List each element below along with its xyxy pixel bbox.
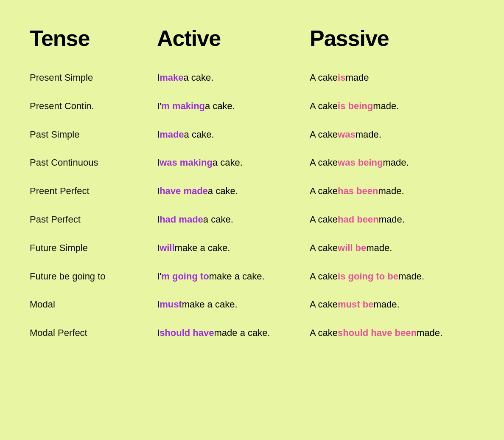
active-cell: I should have made a cake. bbox=[157, 319, 310, 347]
highlighted-verb-passive: should have been bbox=[338, 327, 417, 340]
passive-cell: A cake is going to be made. bbox=[310, 262, 474, 291]
tense-cell: Past Simple bbox=[30, 121, 157, 149]
passive-cell: A cake must be made. bbox=[310, 291, 474, 319]
highlighted-verb: have made bbox=[160, 185, 208, 198]
active-cell: I make a cake. bbox=[157, 64, 310, 92]
active-cell: I must make a cake. bbox=[157, 291, 310, 319]
highlighted-verb: m going to bbox=[161, 270, 209, 283]
passive-cell: A cake is being made. bbox=[310, 92, 474, 121]
highlighted-verb-passive: will be bbox=[338, 242, 366, 255]
header-passive: Passive bbox=[310, 25, 474, 51]
highlighted-verb-passive: is being bbox=[338, 100, 373, 113]
passive-cell: A cake should have been made. bbox=[310, 319, 474, 347]
tense-cell: Modal bbox=[30, 291, 157, 319]
highlighted-verb: had made bbox=[160, 213, 203, 226]
passive-cell: A cake was being made. bbox=[310, 149, 474, 177]
passive-cell: A cake is made bbox=[310, 64, 474, 92]
highlighted-verb-passive: is going to be bbox=[338, 270, 398, 283]
passive-cell: A cake was made. bbox=[310, 121, 474, 149]
tense-cell: Future Simple bbox=[30, 234, 157, 262]
highlighted-verb: made bbox=[160, 128, 184, 141]
header-row: Tense Active Passive bbox=[30, 25, 474, 51]
active-cell: I made a cake. bbox=[157, 121, 310, 149]
passive-cell: A cake will be made. bbox=[310, 234, 474, 262]
highlighted-verb-passive: had been bbox=[338, 213, 379, 226]
table-body: Present SimpleI make a cake.A cake is ma… bbox=[30, 64, 474, 347]
highlighted-verb: was making bbox=[160, 156, 213, 169]
passive-cell: A cake has been made. bbox=[310, 177, 474, 206]
highlighted-verb-passive: was being bbox=[338, 156, 383, 169]
tense-cell: Future be going to bbox=[30, 262, 157, 291]
active-cell: I was making a cake. bbox=[157, 149, 310, 177]
highlighted-verb-passive: was bbox=[338, 128, 356, 141]
tense-cell: Present Contin. bbox=[30, 92, 157, 121]
highlighted-verb-passive: has been bbox=[338, 185, 378, 198]
highlighted-verb: make bbox=[160, 71, 183, 85]
active-cell: I'm going to make a cake. bbox=[157, 262, 310, 291]
highlighted-verb: will bbox=[160, 242, 174, 255]
highlighted-verb: m making bbox=[161, 100, 205, 113]
highlighted-verb-passive: is bbox=[338, 71, 345, 85]
tense-cell: Modal Perfect bbox=[30, 319, 157, 347]
highlighted-verb-passive: must be bbox=[338, 298, 373, 311]
active-cell: I'm making a cake. bbox=[157, 92, 310, 121]
tense-cell: Preent Perfect bbox=[30, 177, 157, 206]
highlighted-verb: must bbox=[160, 298, 182, 311]
tense-cell: Past Continuous bbox=[30, 149, 157, 177]
header-active: Active bbox=[157, 25, 310, 51]
passive-cell: A cake had been made. bbox=[310, 206, 474, 234]
tense-cell: Present Simple bbox=[30, 64, 157, 92]
tense-cell: Past Perfect bbox=[30, 206, 157, 234]
active-cell: I will make a cake. bbox=[157, 234, 310, 262]
highlighted-verb: should have bbox=[160, 327, 214, 340]
active-cell: I have made a cake. bbox=[157, 177, 310, 206]
header-tense: Tense bbox=[30, 25, 157, 51]
active-cell: I had made a cake. bbox=[157, 206, 310, 234]
